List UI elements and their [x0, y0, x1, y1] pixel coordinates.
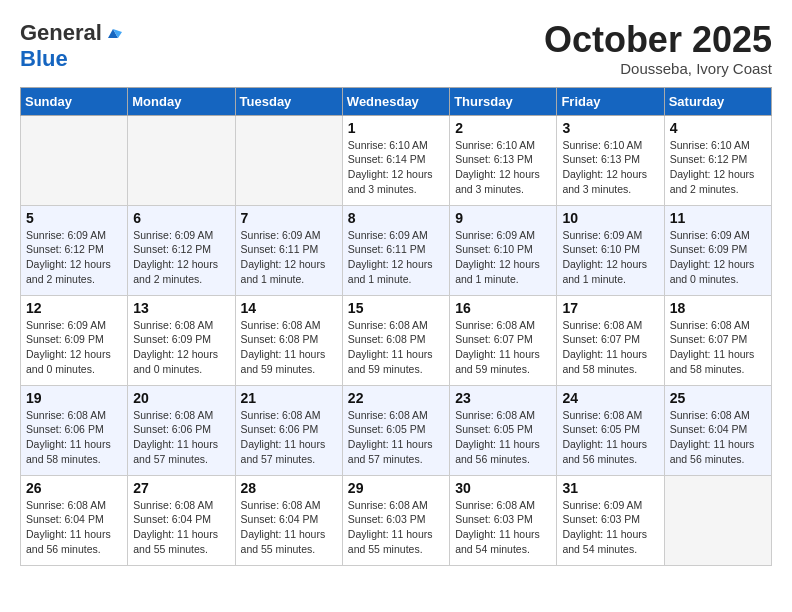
calendar-cell	[128, 115, 235, 205]
calendar-cell: 2Sunrise: 6:10 AM Sunset: 6:13 PM Daylig…	[450, 115, 557, 205]
calendar-cell: 5Sunrise: 6:09 AM Sunset: 6:12 PM Daylig…	[21, 205, 128, 295]
calendar-cell: 24Sunrise: 6:08 AM Sunset: 6:05 PM Dayli…	[557, 385, 664, 475]
weekday-thursday: Thursday	[450, 87, 557, 115]
calendar-cell: 17Sunrise: 6:08 AM Sunset: 6:07 PM Dayli…	[557, 295, 664, 385]
calendar-cell: 19Sunrise: 6:08 AM Sunset: 6:06 PM Dayli…	[21, 385, 128, 475]
week-row-3: 12Sunrise: 6:09 AM Sunset: 6:09 PM Dayli…	[21, 295, 772, 385]
calendar-cell: 22Sunrise: 6:08 AM Sunset: 6:05 PM Dayli…	[342, 385, 449, 475]
day-number: 10	[562, 210, 658, 226]
day-number: 23	[455, 390, 551, 406]
day-number: 26	[26, 480, 122, 496]
week-row-1: 1Sunrise: 6:10 AM Sunset: 6:14 PM Daylig…	[21, 115, 772, 205]
day-info: Sunrise: 6:08 AM Sunset: 6:04 PM Dayligh…	[670, 408, 766, 467]
calendar-cell: 9Sunrise: 6:09 AM Sunset: 6:10 PM Daylig…	[450, 205, 557, 295]
day-info: Sunrise: 6:09 AM Sunset: 6:10 PM Dayligh…	[455, 228, 551, 287]
day-number: 22	[348, 390, 444, 406]
day-number: 14	[241, 300, 337, 316]
page-header: General Blue October 2025 Dousseba, Ivor…	[20, 20, 772, 77]
calendar-cell: 12Sunrise: 6:09 AM Sunset: 6:09 PM Dayli…	[21, 295, 128, 385]
day-info: Sunrise: 6:08 AM Sunset: 6:04 PM Dayligh…	[26, 498, 122, 557]
day-info: Sunrise: 6:08 AM Sunset: 6:05 PM Dayligh…	[455, 408, 551, 467]
day-number: 2	[455, 120, 551, 136]
weekday-header-row: SundayMondayTuesdayWednesdayThursdayFrid…	[21, 87, 772, 115]
calendar-cell: 6Sunrise: 6:09 AM Sunset: 6:12 PM Daylig…	[128, 205, 235, 295]
calendar-cell: 28Sunrise: 6:08 AM Sunset: 6:04 PM Dayli…	[235, 475, 342, 565]
day-number: 28	[241, 480, 337, 496]
calendar-cell: 20Sunrise: 6:08 AM Sunset: 6:06 PM Dayli…	[128, 385, 235, 475]
day-number: 20	[133, 390, 229, 406]
day-number: 4	[670, 120, 766, 136]
calendar-cell: 23Sunrise: 6:08 AM Sunset: 6:05 PM Dayli…	[450, 385, 557, 475]
calendar-cell: 25Sunrise: 6:08 AM Sunset: 6:04 PM Dayli…	[664, 385, 771, 475]
day-info: Sunrise: 6:08 AM Sunset: 6:06 PM Dayligh…	[133, 408, 229, 467]
day-info: Sunrise: 6:10 AM Sunset: 6:14 PM Dayligh…	[348, 138, 444, 197]
calendar-cell: 29Sunrise: 6:08 AM Sunset: 6:03 PM Dayli…	[342, 475, 449, 565]
day-info: Sunrise: 6:09 AM Sunset: 6:11 PM Dayligh…	[348, 228, 444, 287]
day-info: Sunrise: 6:08 AM Sunset: 6:08 PM Dayligh…	[348, 318, 444, 377]
logo-icon	[104, 24, 122, 42]
day-number: 29	[348, 480, 444, 496]
day-number: 6	[133, 210, 229, 226]
calendar-cell: 7Sunrise: 6:09 AM Sunset: 6:11 PM Daylig…	[235, 205, 342, 295]
weekday-sunday: Sunday	[21, 87, 128, 115]
calendar-cell: 27Sunrise: 6:08 AM Sunset: 6:04 PM Dayli…	[128, 475, 235, 565]
day-info: Sunrise: 6:09 AM Sunset: 6:10 PM Dayligh…	[562, 228, 658, 287]
day-number: 9	[455, 210, 551, 226]
calendar-cell	[235, 115, 342, 205]
week-row-2: 5Sunrise: 6:09 AM Sunset: 6:12 PM Daylig…	[21, 205, 772, 295]
day-number: 7	[241, 210, 337, 226]
calendar-cell: 3Sunrise: 6:10 AM Sunset: 6:13 PM Daylig…	[557, 115, 664, 205]
calendar-cell: 26Sunrise: 6:08 AM Sunset: 6:04 PM Dayli…	[21, 475, 128, 565]
week-row-4: 19Sunrise: 6:08 AM Sunset: 6:06 PM Dayli…	[21, 385, 772, 475]
day-info: Sunrise: 6:08 AM Sunset: 6:03 PM Dayligh…	[348, 498, 444, 557]
calendar-cell	[664, 475, 771, 565]
weekday-saturday: Saturday	[664, 87, 771, 115]
logo-blue-text: Blue	[20, 46, 68, 72]
logo: General Blue	[20, 20, 122, 72]
location: Dousseba, Ivory Coast	[544, 60, 772, 77]
day-info: Sunrise: 6:09 AM Sunset: 6:11 PM Dayligh…	[241, 228, 337, 287]
day-number: 19	[26, 390, 122, 406]
day-number: 18	[670, 300, 766, 316]
day-info: Sunrise: 6:08 AM Sunset: 6:07 PM Dayligh…	[670, 318, 766, 377]
weekday-tuesday: Tuesday	[235, 87, 342, 115]
day-info: Sunrise: 6:10 AM Sunset: 6:13 PM Dayligh…	[455, 138, 551, 197]
calendar-cell: 16Sunrise: 6:08 AM Sunset: 6:07 PM Dayli…	[450, 295, 557, 385]
logo-general-text: General	[20, 20, 102, 46]
day-number: 27	[133, 480, 229, 496]
day-number: 17	[562, 300, 658, 316]
day-info: Sunrise: 6:08 AM Sunset: 6:05 PM Dayligh…	[348, 408, 444, 467]
calendar-cell: 14Sunrise: 6:08 AM Sunset: 6:08 PM Dayli…	[235, 295, 342, 385]
day-info: Sunrise: 6:08 AM Sunset: 6:06 PM Dayligh…	[26, 408, 122, 467]
day-info: Sunrise: 6:08 AM Sunset: 6:04 PM Dayligh…	[133, 498, 229, 557]
title-block: October 2025 Dousseba, Ivory Coast	[544, 20, 772, 77]
calendar-cell: 11Sunrise: 6:09 AM Sunset: 6:09 PM Dayli…	[664, 205, 771, 295]
day-number: 30	[455, 480, 551, 496]
day-number: 13	[133, 300, 229, 316]
calendar-cell: 15Sunrise: 6:08 AM Sunset: 6:08 PM Dayli…	[342, 295, 449, 385]
day-info: Sunrise: 6:09 AM Sunset: 6:12 PM Dayligh…	[26, 228, 122, 287]
day-info: Sunrise: 6:08 AM Sunset: 6:07 PM Dayligh…	[562, 318, 658, 377]
day-info: Sunrise: 6:10 AM Sunset: 6:12 PM Dayligh…	[670, 138, 766, 197]
day-number: 25	[670, 390, 766, 406]
month-title: October 2025	[544, 20, 772, 60]
weekday-wednesday: Wednesday	[342, 87, 449, 115]
day-info: Sunrise: 6:08 AM Sunset: 6:09 PM Dayligh…	[133, 318, 229, 377]
day-number: 12	[26, 300, 122, 316]
day-info: Sunrise: 6:10 AM Sunset: 6:13 PM Dayligh…	[562, 138, 658, 197]
calendar-cell: 8Sunrise: 6:09 AM Sunset: 6:11 PM Daylig…	[342, 205, 449, 295]
calendar-cell: 4Sunrise: 6:10 AM Sunset: 6:12 PM Daylig…	[664, 115, 771, 205]
day-info: Sunrise: 6:08 AM Sunset: 6:06 PM Dayligh…	[241, 408, 337, 467]
day-number: 16	[455, 300, 551, 316]
day-info: Sunrise: 6:09 AM Sunset: 6:09 PM Dayligh…	[26, 318, 122, 377]
day-number: 21	[241, 390, 337, 406]
calendar-cell: 21Sunrise: 6:08 AM Sunset: 6:06 PM Dayli…	[235, 385, 342, 475]
day-info: Sunrise: 6:09 AM Sunset: 6:03 PM Dayligh…	[562, 498, 658, 557]
day-number: 1	[348, 120, 444, 136]
day-info: Sunrise: 6:08 AM Sunset: 6:03 PM Dayligh…	[455, 498, 551, 557]
calendar-table: SundayMondayTuesdayWednesdayThursdayFrid…	[20, 87, 772, 566]
weekday-monday: Monday	[128, 87, 235, 115]
calendar-cell: 1Sunrise: 6:10 AM Sunset: 6:14 PM Daylig…	[342, 115, 449, 205]
day-number: 31	[562, 480, 658, 496]
day-info: Sunrise: 6:09 AM Sunset: 6:12 PM Dayligh…	[133, 228, 229, 287]
